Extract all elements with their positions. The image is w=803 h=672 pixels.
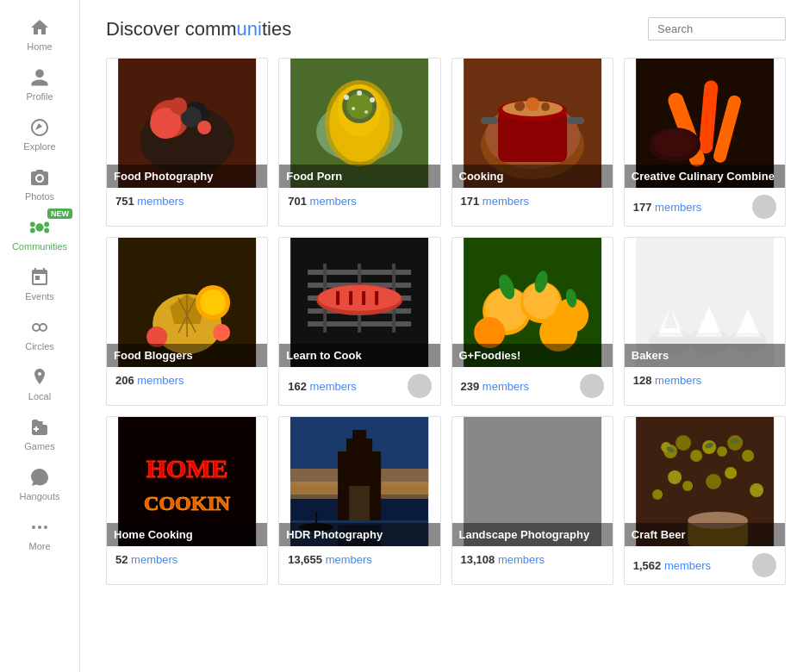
svg-point-114 bbox=[668, 470, 682, 484]
svg-point-37 bbox=[526, 97, 539, 111]
svg-text:COOKIN: COOKIN bbox=[144, 492, 231, 514]
community-name-bakers: Bakers bbox=[625, 344, 785, 367]
page-header: Discover communities bbox=[106, 17, 786, 40]
community-footer-cooking: 171 members bbox=[452, 188, 613, 215]
sidebar-item-local[interactable]: Local bbox=[0, 358, 79, 408]
svg-point-1 bbox=[30, 222, 35, 227]
svg-point-8 bbox=[38, 526, 41, 529]
new-badge: NEW bbox=[47, 208, 72, 219]
community-member-count-gfoodies: 239 members bbox=[461, 380, 530, 393]
community-name-home-cooking: Home Cooking bbox=[107, 523, 267, 546]
games-icon bbox=[28, 415, 52, 439]
sidebar-label-circles: Circles bbox=[25, 341, 54, 352]
community-image-gfoodies: G+Foodies! bbox=[452, 238, 613, 367]
community-card-home-cooking[interactable]: HOME HOME COOKIN COOKIN HOME Home Cookin… bbox=[106, 416, 268, 585]
sidebar-item-photos[interactable]: Photos bbox=[0, 159, 79, 208]
svg-point-108 bbox=[675, 435, 691, 451]
community-image-landscape-photography: Landscape Photography bbox=[452, 417, 613, 546]
community-image-food-porn: Food Porn bbox=[279, 59, 439, 188]
svg-point-115 bbox=[682, 481, 693, 491]
hangouts-icon bbox=[28, 465, 52, 489]
svg-point-117 bbox=[725, 467, 737, 479]
person-icon bbox=[28, 65, 52, 90]
svg-point-46 bbox=[653, 129, 696, 157]
sidebar-item-profile[interactable]: Profile bbox=[0, 59, 79, 109]
svg-rect-39 bbox=[481, 117, 498, 124]
community-name-hdr-photography: HDR Photography bbox=[279, 523, 439, 546]
community-card-creative-culinary[interactable]: Creative Culinary Combine 177 members bbox=[624, 58, 786, 227]
community-card-food-bloggers[interactable]: Food Bloggers 206 members bbox=[106, 237, 268, 406]
community-card-cooking[interactable]: Cooking 171 members bbox=[451, 58, 613, 227]
sidebar: Home Profile Explore Photos NEW bbox=[0, 0, 80, 672]
community-member-count-landscape-photography: 13,108 members bbox=[461, 553, 545, 566]
svg-point-29 bbox=[364, 110, 368, 114]
svg-point-118 bbox=[652, 489, 663, 500]
community-avatar-gfoodies bbox=[580, 374, 604, 398]
svg-point-66 bbox=[318, 285, 401, 311]
svg-point-6 bbox=[40, 324, 47, 331]
community-member-count-learn-to-cook: 162 members bbox=[288, 380, 357, 393]
community-footer-learn-to-cook: 162 members bbox=[279, 367, 439, 405]
more-icon bbox=[28, 515, 52, 539]
community-image-craft-beer: Craft Beer bbox=[625, 417, 785, 546]
communities-grid: Food Photography 751 members Food Porn bbox=[106, 58, 786, 585]
community-name-food-porn: Food Porn bbox=[279, 165, 439, 188]
svg-point-25 bbox=[344, 95, 349, 100]
sidebar-label-communities: Communities bbox=[12, 241, 67, 252]
sidebar-item-games[interactable]: Games bbox=[0, 408, 79, 458]
community-name-craft-beer: Craft Beer bbox=[625, 523, 785, 546]
camera-icon bbox=[28, 165, 52, 190]
compass-icon bbox=[28, 115, 52, 140]
svg-point-24 bbox=[346, 93, 372, 119]
community-card-craft-beer[interactable]: Craft Beer 1,562 members bbox=[624, 416, 786, 585]
community-image-cooking: Cooking bbox=[452, 59, 613, 188]
community-footer-creative-culinary: 177 members bbox=[625, 188, 785, 226]
community-card-food-photography[interactable]: Food Photography 751 members bbox=[106, 58, 268, 227]
sidebar-item-events[interactable]: Events bbox=[0, 258, 79, 308]
community-avatar-creative-culinary bbox=[752, 195, 776, 219]
community-name-food-bloggers: Food Bloggers bbox=[107, 344, 267, 367]
sidebar-item-home[interactable]: Home bbox=[0, 9, 79, 59]
svg-point-7 bbox=[32, 526, 35, 529]
sidebar-label-profile: Profile bbox=[26, 91, 53, 102]
community-card-landscape-photography[interactable]: Landscape Photography 13,108 members bbox=[451, 416, 613, 585]
sidebar-item-circles[interactable]: Circles bbox=[0, 308, 79, 358]
svg-point-109 bbox=[690, 450, 702, 462]
sidebar-label-events: Events bbox=[25, 291, 54, 302]
community-name-learn-to-cook: Learn to Cook bbox=[279, 344, 439, 367]
community-footer-food-porn: 701 members bbox=[279, 188, 439, 215]
community-image-hdr-photography: HDR Photography bbox=[279, 417, 439, 546]
svg-point-2 bbox=[44, 222, 49, 227]
svg-point-119 bbox=[750, 483, 763, 497]
sidebar-item-communities[interactable]: NEW Communities bbox=[0, 208, 79, 258]
sidebar-item-hangouts[interactable]: Hangouts bbox=[0, 458, 79, 508]
community-card-gfoodies[interactable]: G+Foodies! 239 members bbox=[451, 237, 613, 406]
community-card-hdr-photography[interactable]: HDR Photography 13,655 members bbox=[278, 416, 440, 585]
community-card-learn-to-cook[interactable]: Learn to Cook 162 members bbox=[278, 237, 440, 406]
community-image-food-bloggers: Food Bloggers bbox=[107, 238, 267, 367]
community-name-landscape-photography: Landscape Photography bbox=[452, 523, 613, 546]
community-footer-gfoodies: 239 members bbox=[452, 367, 613, 405]
sidebar-label-games: Games bbox=[24, 441, 54, 451]
community-member-count-food-photography: 751 members bbox=[115, 195, 184, 208]
communities-icon bbox=[28, 215, 52, 240]
community-footer-hdr-photography: 13,655 members bbox=[279, 546, 439, 573]
svg-point-36 bbox=[514, 101, 525, 111]
community-image-creative-culinary: Creative Culinary Combine bbox=[625, 59, 785, 188]
community-footer-landscape-photography: 13,108 members bbox=[452, 546, 613, 573]
search-input[interactable] bbox=[648, 17, 786, 40]
svg-point-26 bbox=[357, 90, 362, 96]
svg-rect-40 bbox=[567, 117, 584, 124]
community-card-bakers[interactable]: Bakers 128 members bbox=[624, 237, 786, 406]
sidebar-label-hangouts: Hangouts bbox=[19, 491, 59, 501]
community-image-learn-to-cook: Learn to Cook bbox=[279, 238, 439, 367]
community-footer-food-photography: 751 members bbox=[107, 188, 267, 215]
community-card-food-porn[interactable]: Food Porn 701 members bbox=[278, 58, 440, 227]
sidebar-item-more[interactable]: More bbox=[0, 508, 79, 558]
community-member-count-food-porn: 701 members bbox=[288, 195, 357, 208]
sidebar-item-explore[interactable]: Explore bbox=[0, 109, 79, 159]
community-avatar-craft-beer bbox=[752, 553, 776, 577]
svg-point-111 bbox=[717, 446, 727, 457]
community-footer-home-cooking: 52 members bbox=[107, 546, 267, 573]
community-footer-craft-beer: 1,562 members bbox=[625, 546, 785, 584]
